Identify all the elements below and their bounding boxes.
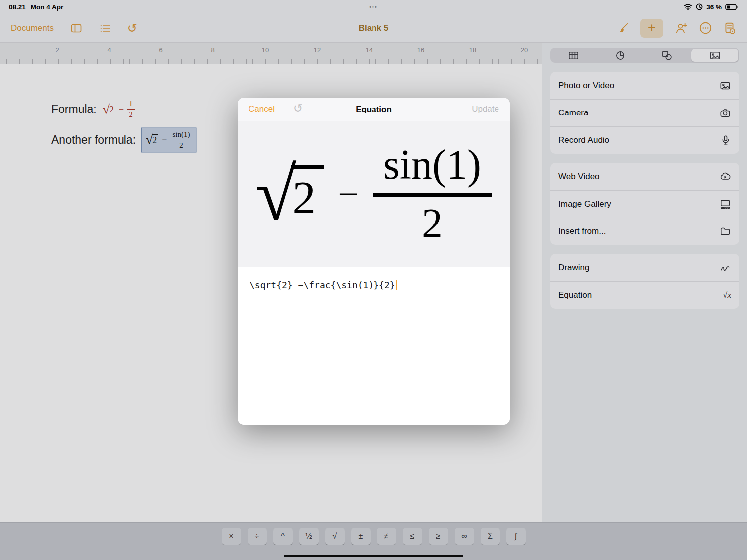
key-infinity[interactable]: ∞ [455, 528, 474, 545]
key-fraction[interactable]: ½ [299, 528, 319, 545]
multitasking-indicator[interactable]: ••• [369, 4, 378, 10]
row-label: Drawing [558, 263, 589, 273]
latex-text: \sqrt{2} −\frac{\sin(1)}{2} [249, 280, 395, 290]
media-panel: Photo or Video Camera Record Audio W [542, 43, 747, 523]
row-record-audio[interactable]: Record Audio [550, 126, 739, 154]
minus-operator: − [338, 173, 359, 216]
text-cursor [396, 280, 397, 290]
row-web-video[interactable]: Web Video [550, 163, 739, 190]
minus-operator: − [119, 104, 124, 114]
tab-media[interactable] [691, 49, 738, 62]
fraction: 1 2 [127, 100, 135, 119]
denominator: 2 [129, 110, 133, 119]
key-not-equal[interactable]: ≠ [377, 528, 396, 545]
row-image-gallery[interactable]: Image Gallery [550, 190, 739, 218]
row-label: Web Video [558, 172, 600, 182]
equation-dialog: Cancel ↺ Equation Update √ 2 − sin(1) 2 … [238, 98, 510, 425]
insert-tabs [550, 48, 739, 63]
numerator: sin(1) [373, 144, 492, 193]
home-indicator[interactable] [284, 555, 463, 557]
camera-icon [719, 108, 731, 118]
document-options-button[interactable] [723, 22, 736, 35]
numerator: sin(1) [170, 130, 192, 140]
radicand: 2 [291, 165, 324, 221]
status-date: Mon 4 Apr [31, 3, 64, 11]
view-options-button[interactable] [99, 22, 112, 34]
format-brush-button[interactable] [617, 22, 629, 35]
pages-app-screen: 08.21 Mon 4 Apr ••• 36 % Documents [0, 0, 747, 560]
tab-table[interactable] [550, 48, 597, 63]
media-group-1: Photo or Video Camera Record Audio [550, 72, 739, 154]
media-group-2: Web Video Image Gallery Insert from... [550, 163, 739, 245]
fraction: sin(1) 2 [170, 130, 192, 150]
formula-line-1: Formula: √ 2 − 1 2 [51, 100, 196, 119]
key-greater-equal[interactable]: ≥ [429, 528, 448, 545]
ruler-mark: 14 [366, 46, 373, 54]
ruler-mark: 20 [521, 46, 528, 54]
ruler-ticks [0, 59, 542, 64]
clock-icon [696, 3, 703, 10]
sqrt-icon: √ [255, 159, 296, 230]
key-divide[interactable]: ÷ [248, 528, 267, 545]
dialog-header: Cancel ↺ Equation Update [238, 98, 510, 121]
photo-icon [719, 80, 731, 91]
row-label: Camera [558, 108, 588, 118]
wifi-icon [684, 3, 692, 10]
minus-operator: − [162, 135, 167, 145]
folder-icon [719, 226, 731, 237]
update-button[interactable]: Update [472, 104, 499, 114]
ruler-mark: 16 [417, 46, 424, 54]
documents-button[interactable]: Documents [11, 23, 54, 33]
ruler-mark: 12 [314, 46, 321, 54]
row-photo-or-video[interactable]: Photo or Video [550, 72, 739, 99]
row-label: Insert from... [558, 226, 606, 236]
equation-icon: √x [723, 290, 731, 300]
ruler: 2 4 6 8 10 12 14 16 18 20 [0, 43, 542, 64]
row-insert-from[interactable]: Insert from... [550, 218, 739, 245]
toolbar: Documents ↺ Blank 5 + [0, 14, 747, 43]
document-content: Formula: √ 2 − 1 2 Another formula: √ 2 … [51, 100, 196, 152]
key-sqrt[interactable]: √ [325, 528, 345, 545]
ruler-mark: 6 [159, 46, 162, 54]
key-less-equal[interactable]: ≤ [403, 528, 422, 545]
document-title[interactable]: Blank 5 [359, 23, 388, 33]
image-gallery-icon [719, 199, 731, 210]
status-right: 36 % [684, 3, 738, 11]
fraction-bar [373, 193, 492, 197]
media-group-3: Drawing Equation √x [550, 254, 739, 309]
tab-chart[interactable] [597, 48, 644, 63]
ruler-mark: 8 [211, 46, 214, 54]
undo-button[interactable]: ↺ [127, 22, 137, 34]
ruler-mark: 4 [107, 46, 111, 54]
more-button[interactable] [699, 21, 712, 35]
collaborate-button[interactable] [674, 22, 688, 35]
formula-1-label: Formula: [51, 103, 97, 116]
math-keys: × ÷ ^ ½ √ ± ≠ ≤ ≥ ∞ Σ ∫ [0, 523, 747, 545]
insert-button[interactable]: + [640, 19, 663, 38]
status-left: 08.21 Mon 4 Apr [9, 3, 63, 11]
status-bar: 08.21 Mon 4 Apr ••• 36 % [0, 0, 747, 14]
ruler-mark: 2 [55, 46, 59, 54]
denominator: 2 [422, 197, 443, 244]
key-plus-minus[interactable]: ± [351, 528, 371, 545]
tab-shapes[interactable] [644, 48, 691, 63]
row-label: Photo or Video [558, 81, 614, 91]
ruler-mark: 10 [262, 46, 269, 54]
battery-icon [725, 4, 738, 10]
key-power[interactable]: ^ [273, 528, 293, 545]
formula-1-equation[interactable]: √ 2 − 1 2 [103, 100, 135, 119]
row-drawing[interactable]: Drawing [550, 254, 739, 281]
row-camera[interactable]: Camera [550, 99, 739, 126]
latex-input[interactable]: \sqrt{2} −\frac{\sin(1)}{2} [238, 267, 510, 425]
row-label: Image Gallery [558, 199, 611, 209]
row-label: Equation [558, 290, 592, 300]
formula-2-equation-selected[interactable]: √ 2 − sin(1) 2 [142, 128, 196, 152]
key-multiply[interactable]: × [222, 528, 241, 545]
toolbar-left: Documents ↺ [11, 22, 137, 34]
key-sigma[interactable]: Σ [481, 528, 500, 545]
ruler-mark: 18 [469, 46, 476, 54]
thumbnails-button[interactable] [70, 22, 83, 34]
status-time: 08.21 [9, 3, 26, 11]
row-equation[interactable]: Equation √x [550, 281, 739, 309]
key-integral[interactable]: ∫ [506, 528, 526, 545]
